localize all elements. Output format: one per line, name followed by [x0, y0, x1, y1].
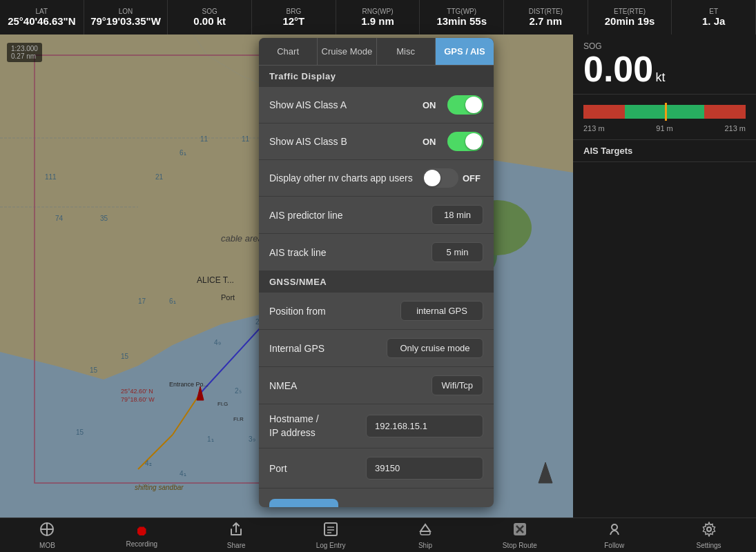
show-ais-b-row: Show AIS Class B ON	[259, 124, 494, 160]
rng-cell: RNG(WP) 1.9 nm	[336, 0, 420, 34]
port-input[interactable]	[366, 457, 483, 480]
brg-label: BRG	[287, 8, 302, 15]
hostname-label: Hostname /IP address	[269, 413, 319, 440]
dist-cell: DIST(RTE) 2.7 nm	[504, 0, 588, 34]
depth-bar-container: 213 m 91 m 213 m	[573, 95, 756, 140]
toolbar-mob[interactable]: MOB	[0, 519, 95, 552]
recording-label: Recording	[126, 540, 158, 548]
stop-route-icon	[512, 522, 527, 540]
internal-gps-label: Internal GPS	[269, 343, 324, 354]
settings-label: Settings	[696, 542, 721, 549]
sog-value: 0.00 kt	[193, 15, 226, 27]
et-value: 1. Ja	[702, 15, 725, 27]
depth-marker	[665, 103, 667, 121]
right-sog-unit: kt	[656, 70, 666, 84]
internal-gps-btn[interactable]: Only cruise mode	[387, 338, 483, 358]
tab-misc[interactable]: Misc	[377, 38, 436, 65]
ttg-cell: TTG(WP) 13min 55s	[420, 0, 504, 34]
svg-point-53	[612, 524, 617, 530]
svg-rect-45	[324, 523, 337, 535]
show-ais-b-toggle-label: ON	[423, 137, 443, 147]
ship-icon	[418, 522, 433, 540]
show-ais-a-toggle-label: ON	[423, 100, 443, 110]
show-ais-a-label: Show AIS Class A	[269, 99, 347, 110]
internal-gps-row: Internal GPS Only cruise mode	[259, 330, 494, 367]
toolbar-ship[interactable]: Ship	[378, 519, 473, 552]
top-bar: LAT 25°40'46.63"N LON 79°19'03.35"W SOG …	[0, 0, 756, 34]
nmea-label: NMEA	[269, 380, 297, 391]
show-ais-b-label: Show AIS Class B	[269, 136, 347, 147]
ttg-label: TTG(WP)	[447, 8, 476, 15]
nmea-btn[interactable]: Wifi/Tcp	[432, 375, 484, 395]
toolbar-recording[interactable]: ⏺ Recording	[95, 520, 189, 551]
settings-icon	[701, 522, 717, 540]
depth-label-left: 213 m	[583, 124, 605, 132]
modal-content: Traffic Display Show AIS Class A ON Show…	[259, 66, 494, 507]
ais-predictor-row: AIS predictor line 18 min	[259, 197, 494, 234]
ete-value: 20min 19s	[605, 15, 655, 27]
toolbar-follow[interactable]: Follow	[567, 519, 661, 552]
right-sog-value: 0.00	[583, 49, 653, 89]
show-ais-a-toggle[interactable]	[447, 95, 483, 115]
depth-label-right: 213 m	[724, 124, 746, 132]
ais-predictor-value-btn[interactable]: 18 min	[432, 205, 483, 225]
svg-point-54	[707, 527, 711, 531]
mob-label: MOB	[39, 542, 55, 549]
lon-label: LON	[119, 8, 133, 15]
brg-cell: BRG 12°T	[252, 0, 336, 34]
depth-bar	[583, 101, 746, 122]
display-nv-knob	[424, 170, 440, 186]
tab-chart[interactable]: Chart	[259, 38, 318, 65]
lat-value: 25°40'46.63"N	[8, 15, 75, 27]
settings-modal: Chart Cruise Mode Misc GPS / AIS Traffic…	[259, 38, 494, 507]
toolbar-settings[interactable]: Settings	[661, 519, 756, 552]
depth-mid	[625, 105, 704, 119]
display-nv-toggle-label: OFF	[463, 173, 483, 184]
dist-label: DIST(RTE)	[529, 8, 563, 15]
show-ais-b-toggle[interactable]	[447, 132, 483, 151]
display-nv-toggle[interactable]	[423, 168, 458, 188]
depth-labels: 213 m 91 m 213 m	[583, 124, 746, 132]
bottom-toolbar: MOB ⏺ Recording Share Log Entry	[0, 518, 756, 552]
stop-route-label: Stop Route	[503, 542, 537, 549]
hostname-row: Hostname /IP address	[259, 404, 494, 448]
display-nv-toggle-container: OFF	[423, 168, 483, 188]
position-from-btn[interactable]: internal GPS	[400, 301, 483, 321]
toolbar-stop-route[interactable]: Stop Route	[472, 519, 567, 552]
show-ais-a-row: Show AIS Class A ON	[259, 87, 494, 124]
follow-icon	[607, 522, 622, 540]
depth-right	[704, 105, 746, 119]
lat-cell: LAT 25°40'46.63"N	[0, 0, 84, 34]
ete-cell: ETE(RTE) 20min 19s	[588, 0, 672, 34]
ais-track-value-btn[interactable]: 5 min	[432, 242, 483, 262]
svg-rect-49	[420, 531, 430, 535]
show-ais-a-toggle-container: ON	[423, 95, 483, 115]
tab-gps-ais[interactable]: GPS / AIS	[436, 38, 494, 65]
toolbar-share[interactable]: Share	[189, 519, 284, 552]
right-panel: SOG 0.00 kt 213 m 91 m 213 m AIS Targets	[573, 34, 756, 518]
ttg-value: 13min 55s	[436, 15, 487, 27]
lon-cell: LON 79°19'03.35"W	[84, 0, 168, 34]
share-label: Share	[227, 542, 246, 549]
display-nv-users-label: Display other nv charts app users	[269, 172, 413, 184]
display-nv-users-row: Display other nv charts app users OFF	[259, 160, 494, 197]
ais-targets-header: AIS Targets	[573, 140, 756, 162]
et-cell: ET 1. Ja	[672, 0, 756, 34]
dist-value: 2.7 nm	[530, 15, 563, 27]
toolbar-log-entry[interactable]: Log Entry	[284, 519, 378, 552]
show-ais-b-toggle-container: ON	[423, 132, 483, 151]
rng-value: 1.9 nm	[361, 15, 394, 27]
hostname-input[interactable]	[366, 415, 483, 437]
traffic-section-header: Traffic Display	[259, 66, 494, 87]
share-icon	[229, 522, 243, 540]
log-entry-icon	[323, 522, 338, 540]
ais-track-row: AIS track line 5 min	[259, 234, 494, 271]
sog-display: SOG 0.00 kt	[573, 34, 756, 95]
done-button[interactable]: Done	[269, 499, 338, 507]
rng-label: RNG(WP)	[362, 8, 394, 15]
depth-left	[583, 105, 625, 119]
show-ais-a-knob	[465, 97, 482, 113]
tab-cruise-mode[interactable]: Cruise Mode	[318, 38, 376, 65]
port-row: Port	[259, 448, 494, 489]
sog-cell: SOG 0.00 kt	[168, 0, 252, 34]
